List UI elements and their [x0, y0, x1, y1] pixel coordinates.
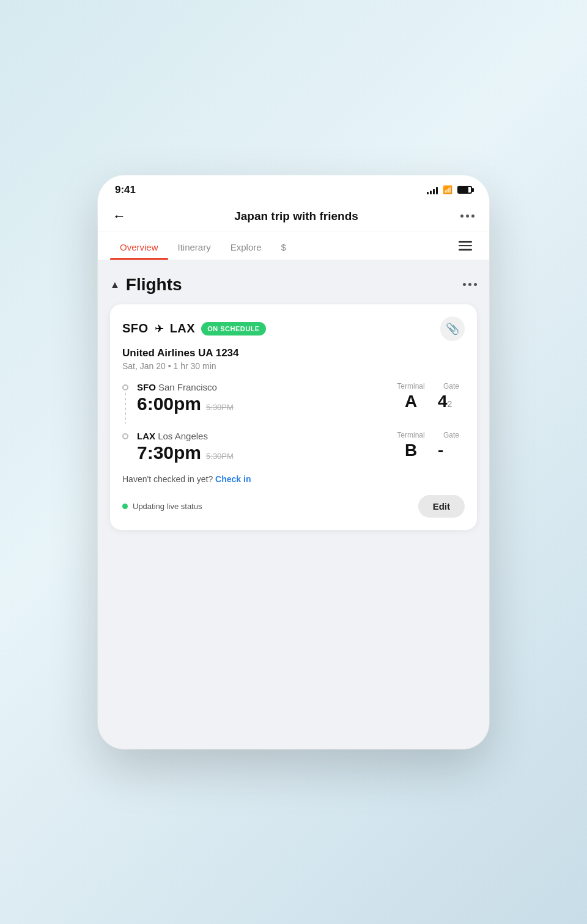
- arrival-dot-col: [122, 431, 128, 439]
- status-time: 9:41: [115, 184, 136, 196]
- tab-bar: Overview Itinerary Explore $: [98, 232, 489, 260]
- live-status-text: Updating live status: [133, 502, 202, 511]
- arrival-original-time: 5:30PM: [206, 452, 234, 461]
- arrival-terminal-value: B: [393, 441, 429, 460]
- departure-terminal-col: Terminal A: [393, 382, 429, 411]
- flights-section-title: Flights: [126, 275, 182, 295]
- flights-section-header: ▲ Flights: [110, 275, 477, 295]
- departure-dot: [122, 384, 128, 391]
- card-footer: Updating live status Edit: [122, 495, 465, 518]
- flight-date: Sat, Jan 20 • 1 hr 30 min: [122, 361, 465, 371]
- departure-code: SFO: [122, 321, 149, 336]
- status-bar: 9:41 📶: [98, 175, 489, 201]
- live-dot: [122, 504, 128, 509]
- checkin-row: Haven't checked in yet? Check in: [122, 474, 465, 484]
- flight-route: SFO ✈ LAX ON SCHEDULE: [122, 321, 266, 336]
- plane-icon: ✈: [155, 322, 164, 336]
- departure-gate-col: Gate 4 2: [438, 382, 465, 411]
- departure-airport: SFO San Francisco: [137, 382, 384, 392]
- back-button[interactable]: ←: [113, 208, 132, 224]
- arrival-terminal-label: Terminal: [393, 431, 429, 439]
- arrival-gate-value: -: [438, 441, 443, 460]
- departure-gate-value-row: 4 2: [438, 392, 465, 411]
- phone-frame: 9:41 📶 ← Japan trip with friends Overvie…: [98, 175, 489, 749]
- tab-explore[interactable]: Explore: [221, 232, 271, 260]
- signal-icon: [427, 186, 438, 194]
- more-options-button[interactable]: [460, 215, 474, 218]
- flight-card: SFO ✈ LAX ON SCHEDULE 📎 United Airlines …: [110, 304, 477, 530]
- airline-name: United Airlines UA 1234: [122, 347, 465, 359]
- departure-time-row: 6:00pm 5:30PM: [137, 394, 384, 414]
- flights-title-row: ▲ Flights: [110, 275, 182, 295]
- arrival-time: 7:30pm: [137, 442, 201, 463]
- tab-itinerary[interactable]: Itinerary: [168, 232, 221, 260]
- tab-dollar[interactable]: $: [271, 232, 296, 260]
- departure-time: 6:00pm: [137, 394, 201, 414]
- flights-more-button[interactable]: [463, 283, 477, 286]
- page-title: Japan trip with friends: [234, 210, 358, 223]
- live-status: Updating live status: [122, 502, 202, 511]
- arrival-gate-col: Gate -: [438, 431, 465, 460]
- attachment-button[interactable]: 📎: [440, 317, 465, 341]
- status-badge: ON SCHEDULE: [201, 322, 266, 336]
- departure-dot-col: [122, 382, 128, 424]
- app-header: ← Japan trip with friends: [98, 201, 489, 232]
- wifi-icon: 📶: [443, 185, 452, 194]
- edit-button[interactable]: Edit: [418, 495, 465, 518]
- main-content: ▲ Flights SFO ✈ LAX ON SCHEDULE 📎: [98, 260, 489, 749]
- tab-overview[interactable]: Overview: [110, 232, 168, 260]
- arrival-gate-value-row: -: [438, 441, 465, 460]
- checkin-link[interactable]: Check in: [215, 474, 251, 484]
- stop-line: [125, 393, 126, 424]
- departure-terminal-label: Terminal: [393, 382, 429, 391]
- departure-terminal-value: A: [393, 392, 429, 411]
- arrival-code-route: LAX: [170, 321, 196, 336]
- departure-row: SFO San Francisco 6:00pm 5:30PM Terminal…: [122, 382, 465, 424]
- departure-gate-value: 4: [438, 392, 448, 411]
- departure-original-time: 5:30PM: [206, 403, 234, 412]
- flight-stops: SFO San Francisco 6:00pm 5:30PM Terminal…: [122, 382, 465, 463]
- arrival-time-row: 7:30pm 5:30PM: [137, 442, 384, 463]
- arrival-info: LAX Los Angeles 7:30pm 5:30PM: [137, 431, 384, 463]
- arrival-dot: [122, 433, 128, 439]
- departure-gate-label: Gate: [438, 382, 465, 391]
- arrival-row: LAX Los Angeles 7:30pm 5:30PM Terminal B: [122, 431, 465, 463]
- departure-gate-sub: 2: [448, 399, 452, 409]
- arrival-airport: LAX Los Angeles: [137, 431, 384, 441]
- collapse-icon[interactable]: ▲: [110, 279, 120, 290]
- arrival-terminal-col: Terminal B: [393, 431, 429, 460]
- departure-info: SFO San Francisco 6:00pm 5:30PM: [137, 382, 384, 414]
- status-icons: 📶: [427, 185, 472, 194]
- tab-menu-button[interactable]: [454, 236, 477, 255]
- arrival-gate-label: Gate: [438, 431, 465, 439]
- flight-route-row: SFO ✈ LAX ON SCHEDULE 📎: [122, 317, 465, 341]
- battery-icon: [457, 186, 472, 194]
